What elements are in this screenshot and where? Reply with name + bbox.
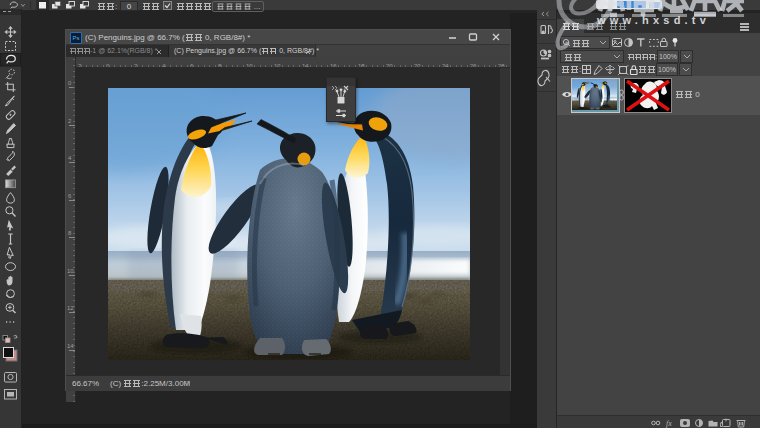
svg-text:8: 8 xyxy=(68,230,72,236)
svg-text:fx: fx xyxy=(666,419,672,428)
svg-text:4: 4 xyxy=(68,155,72,161)
svg-text:6: 6 xyxy=(68,193,72,199)
svg-text:2: 2 xyxy=(68,118,72,124)
svg-text:0: 0 xyxy=(68,80,72,86)
